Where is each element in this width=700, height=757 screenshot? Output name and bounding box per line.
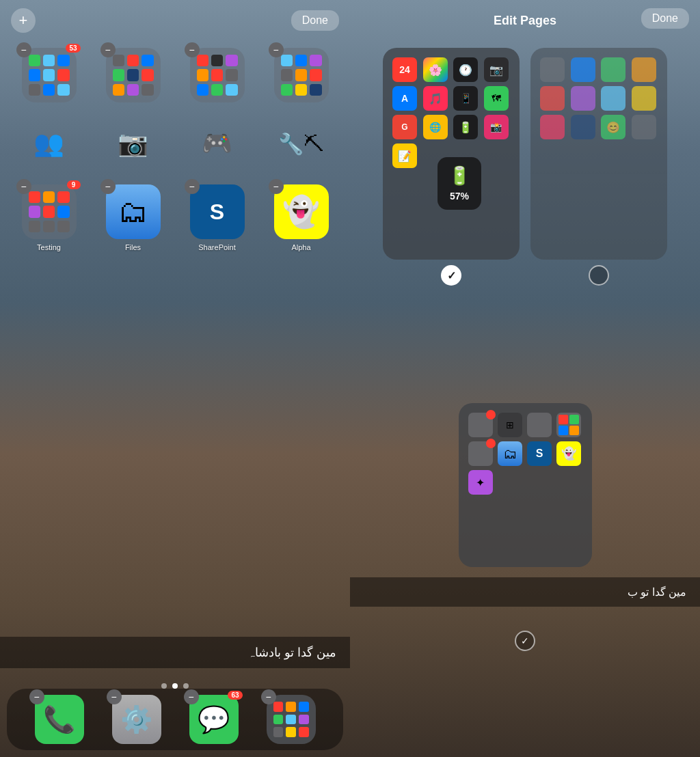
t2-app2: [571, 57, 595, 82]
battery-tooltip: 🔋 57%: [438, 157, 481, 210]
folder-2-icon[interactable]: [106, 48, 161, 102]
add-page-button[interactable]: +: [11, 8, 36, 33]
remove-folder1-button[interactable]: −: [16, 42, 31, 57]
t2-app9: [540, 115, 565, 139]
app-grid: − 53 −: [14, 48, 336, 251]
left-done-button[interactable]: Done: [291, 10, 339, 31]
checkmark-1-container: ✓: [383, 265, 520, 286]
remove-folder2-button[interactable]: −: [100, 42, 116, 57]
checkmark-2-container: [530, 265, 667, 286]
checkmark-2-unselected[interactable]: [589, 265, 609, 286]
checkmarks-row1: ✓: [350, 265, 700, 286]
alpha-label: Alpha: [291, 243, 310, 251]
dock: − 📞 − ⚙️ − 💬 63 −: [7, 689, 343, 750]
folder-3-icon[interactable]: [190, 48, 245, 102]
tools-icon-cell: 🔧⛏: [266, 116, 336, 171]
lyric-bar-right: مین گدا تو ب: [350, 577, 700, 607]
thumb-chrome-icon: 🌐: [423, 115, 448, 139]
sharepoint-label: SharePoint: [198, 243, 235, 251]
t3-sharepoint: S: [527, 441, 552, 466]
checkmark-3-unselected[interactable]: ✓: [515, 631, 535, 651]
t3-files: 🗂: [498, 441, 522, 466]
page-thumbnails-row1: 24 🌸 🕐 📷 A 🎵 📱 🗺 G 🌐 🔋 📸 📝: [350, 48, 700, 260]
testing-folder-label: Testing: [37, 243, 61, 251]
page-dots: [0, 683, 350, 689]
folder-1-icon[interactable]: [22, 48, 77, 102]
t2-app3: [601, 57, 625, 82]
messages-badge: 63: [228, 691, 242, 700]
folder-1-badge: 53: [66, 44, 80, 53]
folder-2-cell: −: [98, 48, 168, 102]
remove-folder4-button[interactable]: −: [269, 42, 284, 57]
alpha-icon[interactable]: 👻: [274, 184, 329, 239]
alpha-cell: − 👻 Alpha: [266, 184, 336, 251]
right-panel: Edit Pages Done 24 🌸 🕐 📷 A 🎵 📱 🗺 G 🌐: [350, 0, 700, 757]
folder-1-cell: − 53: [14, 48, 84, 102]
thumb-photos-icon: 🌸: [423, 57, 448, 82]
t2-app5: [540, 86, 565, 111]
remove-sharepoint-button[interactable]: −: [185, 179, 200, 194]
remove-messages-button[interactable]: −: [184, 689, 199, 704]
dock-phone-cell: − 📞: [35, 695, 84, 744]
t3-app2: ⊞: [498, 413, 522, 437]
remove-alpha-button[interactable]: −: [269, 179, 284, 194]
thumb-notes-icon: 📝: [392, 143, 417, 168]
thumb-battery-icon: 🔋: [453, 115, 478, 139]
thumb-instagram-icon: 📸: [484, 115, 509, 139]
folder-3-cell: −: [182, 48, 252, 102]
right-done-button[interactable]: Done: [641, 8, 689, 29]
dock-misc-cell: −: [267, 695, 316, 744]
t3-folder1: [468, 413, 493, 437]
t3-app3: [527, 413, 552, 437]
dock-messages-cell: − 💬 63: [189, 695, 239, 744]
battery-tooltip-percent: 57%: [450, 191, 469, 202]
t2-app6: [571, 86, 595, 111]
page-thumb-3-apps: ⊞ 🗂 S 👻 ✦: [466, 410, 585, 497]
t3-snapchat: 👻: [556, 441, 581, 466]
thumb-clock-icon: 🕐: [453, 57, 478, 82]
testing-folder-icon[interactable]: [22, 184, 77, 239]
t2-app11: 😊: [601, 115, 625, 139]
t2-app8: [632, 86, 656, 111]
folder-4-icon[interactable]: [274, 48, 329, 102]
dot-1[interactable]: [161, 683, 167, 689]
camera-icon-cell: 📷: [98, 116, 168, 171]
remove-testing-button[interactable]: −: [16, 179, 31, 194]
people-icon-cell: 👥: [14, 116, 84, 171]
page-thumb-2-apps: 😊: [537, 55, 660, 142]
thumb-music-icon: 🎵: [423, 86, 448, 111]
page-thumbnails-row2: ⊞ 🗂 S 👻 ✦: [350, 403, 700, 567]
files-label: Files: [125, 243, 141, 251]
files-cell: − 🗂 Files: [98, 184, 168, 251]
checkmark-1-selected[interactable]: ✓: [441, 265, 461, 286]
dot-2[interactable]: [172, 683, 178, 689]
remove-files-button[interactable]: −: [100, 179, 116, 194]
page-thumb-3[interactable]: ⊞ 🗂 S 👻 ✦: [459, 403, 592, 567]
files-icon[interactable]: 🗂: [106, 184, 161, 239]
remove-misc-button[interactable]: −: [261, 689, 276, 704]
t2-app4: [632, 57, 656, 82]
sharepoint-cell: − S SharePoint: [182, 184, 252, 251]
thumb-calc-icon: 📱: [453, 86, 478, 111]
dot-3[interactable]: [183, 683, 189, 689]
page-thumb-1-apps: 24 🌸 🕐 📷 A 🎵 📱 🗺 G 🌐 🔋 📸 📝: [390, 55, 513, 171]
thumb-cal-icon: 24: [392, 57, 417, 82]
page-thumb-1[interactable]: 24 🌸 🕐 📷 A 🎵 📱 🗺 G 🌐 🔋 📸 📝: [383, 48, 520, 260]
t3-folder3: [468, 441, 493, 466]
page-thumb-2[interactable]: 😊: [530, 48, 667, 260]
thumb-appstore-icon: A: [392, 86, 417, 111]
left-panel: + Done − 53: [0, 0, 350, 757]
t3-folder1-badge: [486, 410, 496, 419]
checkmarks-row2: ✓: [350, 631, 700, 651]
battery-tooltip-icon: 🔋: [448, 165, 470, 187]
t2-app10: [571, 115, 595, 139]
sharepoint-icon[interactable]: S: [190, 184, 245, 239]
remove-folder3-button[interactable]: −: [185, 42, 200, 57]
thumb-camera-icon: 📷: [484, 57, 509, 82]
t3-folder3-badge: [486, 439, 496, 448]
remove-phone-button[interactable]: −: [29, 689, 44, 704]
dock-settings-cell: − ⚙️: [112, 695, 161, 744]
thumb-gmail-icon: G: [392, 115, 417, 139]
remove-settings-button[interactable]: −: [107, 689, 122, 704]
testing-folder-badge: 9: [67, 180, 81, 189]
